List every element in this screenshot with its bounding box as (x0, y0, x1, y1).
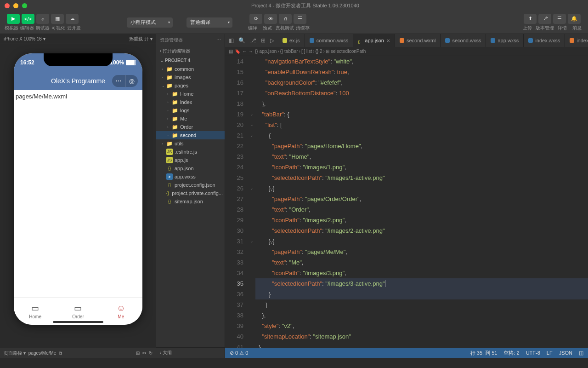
upload-button[interactable]: ⬆ (524, 14, 537, 24)
outline-section[interactable]: › 大纲 (156, 347, 225, 358)
tree-project.private.config...[interactable]: {}project.private.config... (156, 189, 225, 197)
tab-index.wxml[interactable]: index.wxml (565, 34, 588, 47)
compile-dropdown[interactable]: 普通编译 (187, 17, 232, 28)
copy-icon[interactable]: ⧉ (59, 351, 62, 356)
visual-toggle[interactable]: ▦ (51, 14, 64, 24)
back-icon[interactable]: ← (242, 49, 247, 54)
status-item[interactable]: 空格: 2 (503, 350, 519, 356)
mode-dropdown[interactable]: 小程序模式 (127, 17, 173, 28)
split-icon[interactable]: ▤ (229, 49, 233, 54)
tree-Order[interactable]: ›Order (156, 123, 225, 131)
sim-battery: 100% (110, 59, 136, 66)
preview-button[interactable]: 👁 (264, 14, 277, 24)
close-icon[interactable]: ✕ (386, 38, 390, 43)
simulator-panel: iPhone X 100% 16 ▾ 热重载 开 ▾ 16:52 100% Ol… (0, 34, 156, 358)
editor-tabs[interactable]: ◧ 🔍 ⎇ ⊞ ▷ ex.jscommon.wxssapp.json✕secon… (225, 34, 588, 47)
search-icon[interactable]: 🔍 (238, 37, 245, 44)
status-item[interactable]: UTF-8 (526, 350, 540, 356)
maximize-icon[interactable] (22, 3, 27, 8)
sim-tabbar[interactable]: ▭Home▭Order☺Me (14, 297, 142, 325)
tab-second.wxml[interactable]: second.wxml (395, 34, 441, 47)
status-item[interactable]: LF (547, 350, 553, 356)
more-icon[interactable]: ⋯ (216, 37, 221, 43)
editor-panel: ◧ 🔍 ⎇ ⊞ ▷ ex.jscommon.wxssapp.json✕secon… (225, 34, 588, 358)
tab-second.wxss[interactable]: second.wxss (441, 34, 486, 47)
notify-button[interactable]: 🔔 (568, 14, 581, 24)
open-editors-section[interactable]: › 打开的编辑器 (156, 46, 225, 56)
tree-utils[interactable]: ›utils (156, 139, 225, 148)
code-editor[interactable]: 1415161718192021222324252627282930313233… (225, 56, 588, 348)
crumb-item[interactable]: ⊞ selectedIconPath (326, 49, 366, 54)
window-controls[interactable] (5, 3, 27, 8)
tab-index.wxss[interactable]: index.wxss (524, 34, 565, 47)
tree-project.config.json[interactable]: {}project.config.json (156, 181, 225, 189)
detail-button[interactable]: ☰ (553, 14, 566, 24)
status-item[interactable]: JSON (559, 350, 572, 356)
tab-app.wxss[interactable]: app.wxss (486, 34, 524, 47)
explorer-title: 资源管理器 (160, 37, 183, 43)
tree-logs[interactable]: ›logs (156, 106, 225, 115)
notch (44, 53, 113, 66)
status-item[interactable]: ◫ (579, 350, 583, 356)
tab-common.wxss[interactable]: common.wxss (305, 34, 354, 47)
tree-Me[interactable]: ›Me (156, 115, 225, 123)
bookmark-icon[interactable]: 🔖 (235, 49, 240, 54)
simulator-toggle[interactable]: ▶ (7, 14, 20, 24)
crumb-item[interactable]: [ ] list (301, 49, 312, 54)
project-section[interactable]: ⌄ PROJECT 4 (156, 56, 225, 65)
editor-toggle[interactable]: </> (22, 14, 34, 24)
tree-app.json[interactable]: {}app.json (156, 164, 225, 172)
window-title: Project 4 - 微信开发者工具 Stable 1.06.2301040 (27, 2, 583, 9)
simulator-phone[interactable]: 16:52 100% OleX's Programme ⋯◎ pages/Me/… (14, 53, 142, 325)
crumb-item[interactable]: {} tabBar (280, 49, 298, 54)
device-select[interactable]: iPhone X 100% 16 ▾ (4, 36, 45, 41)
compile-button[interactable]: ⟳ (249, 14, 262, 24)
statusbar: ⊘ 0 ⚠ 0 行 35, 列 51空格: 2UTF-8LFJSON◫ (225, 348, 588, 358)
tree-app.wxss[interactable]: #app.wxss (156, 172, 225, 181)
tree-second[interactable]: ›second (156, 131, 225, 139)
sim-tab-me[interactable]: ☺Me (100, 298, 142, 325)
crumb-item[interactable]: {} 2 (316, 49, 322, 54)
toolbar-labels-2: 编译预览真机调试清缓存 (246, 25, 310, 31)
sim-title: OleX's Programme (51, 77, 105, 85)
toolbar-labels-1: 模拟器编辑器调试器可视化云开发 (5, 25, 81, 31)
file-tree[interactable]: ›common›images⌄pages›Home›index›logs›Me›… (156, 65, 225, 347)
status-item[interactable]: 行 35, 列 51 (470, 350, 498, 356)
ext-icon[interactable]: ⊞ (261, 37, 266, 44)
path-label[interactable]: 页面路径 ▾ (4, 350, 26, 356)
version-button[interactable]: ⎇ (538, 14, 551, 24)
clear-cache-button[interactable]: ☰ (294, 14, 306, 24)
home-indicator (53, 321, 103, 323)
tree-Home[interactable]: ›Home (156, 90, 225, 98)
tab-app.json[interactable]: app.json✕ (353, 34, 395, 47)
tree-.eslintrc.js[interactable]: JS.eslintrc.js (156, 148, 225, 156)
git-icon[interactable]: ⎇ (250, 37, 256, 44)
tab-ex.js[interactable]: ex.js (278, 34, 305, 47)
capsule[interactable]: ⋯◎ (112, 75, 138, 87)
tree-app.js[interactable]: JSapp.js (156, 156, 225, 164)
sim-time: 16:52 (20, 59, 34, 66)
hotreload-select[interactable]: 热重载 开 ▾ (129, 36, 153, 42)
breadcrumb[interactable]: ▤ 🔖 ← → {} app.json{} tabBar[ ] list{} 2… (225, 47, 588, 56)
remote-debug-button[interactable]: ⎙ (279, 14, 292, 24)
debugger-toggle[interactable]: ⟐ (36, 14, 49, 24)
close-icon[interactable] (5, 3, 10, 8)
sidebar-toggle-icon[interactable]: ◧ (229, 37, 234, 44)
toolbar: ▶ </> ⟐ ▦ ☁ 模拟器编辑器调试器可视化云开发 小程序模式 普通编译 ⟳… (0, 11, 588, 34)
tree-sitemap.json[interactable]: {}sitemap.json (156, 197, 225, 206)
cloud-toggle[interactable]: ☁ (66, 14, 79, 24)
minimize-icon[interactable] (13, 3, 18, 8)
fwd-icon[interactable]: → (249, 49, 253, 54)
tree-index[interactable]: ›index (156, 98, 225, 106)
tree-pages[interactable]: ⌄pages (156, 81, 225, 90)
crumb-item[interactable]: {} app.json (255, 49, 277, 54)
rotate-icon[interactable]: ↻ (149, 351, 153, 356)
status-item[interactable]: ⊘ 0 ⚠ 0 (230, 350, 248, 356)
run-icon[interactable]: ▷ (270, 37, 274, 44)
scene-icon[interactable]: ⊞ (136, 351, 140, 356)
sim-tab-home[interactable]: ▭Home (14, 298, 57, 325)
tree-images[interactable]: ›images (156, 73, 225, 81)
explorer: 资源管理器⋯ › 打开的编辑器 ⌄ PROJECT 4 ›common›imag… (156, 34, 225, 358)
shot-icon[interactable]: ✂ (142, 351, 146, 356)
tree-common[interactable]: ›common (156, 65, 225, 73)
